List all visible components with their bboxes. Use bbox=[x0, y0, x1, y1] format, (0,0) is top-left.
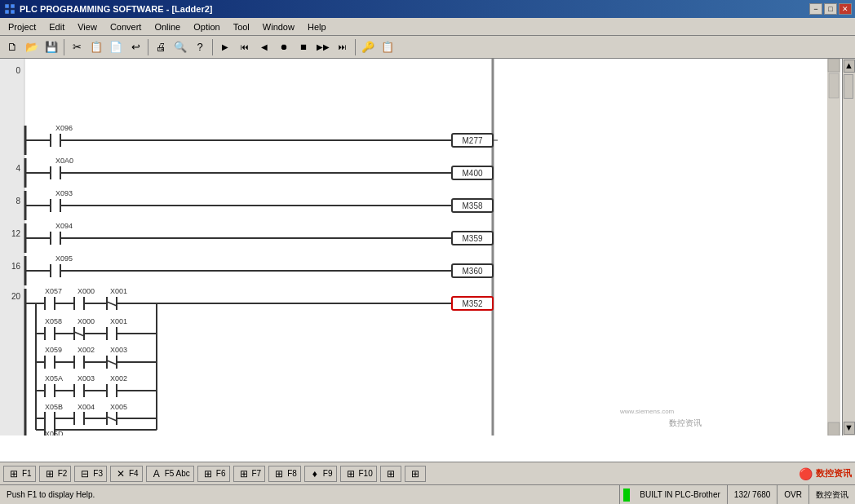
menu-window[interactable]: Window bbox=[256, 18, 301, 35]
f10-icon: ⊞ bbox=[344, 467, 357, 480]
label-x057: X057 bbox=[45, 287, 62, 295]
scroll-up-button[interactable]: ▲ bbox=[844, 60, 855, 73]
svg-line-70 bbox=[74, 332, 84, 336]
f9-icon: ♦ bbox=[308, 467, 321, 480]
toolbar-key[interactable]: 🔑 bbox=[359, 38, 377, 56]
extra-text: 数控资讯 bbox=[816, 489, 848, 501]
toolbar-run[interactable]: ▶ bbox=[216, 38, 234, 56]
coil-m358: M358 bbox=[462, 201, 482, 210]
scroll-thumb[interactable] bbox=[844, 74, 853, 99]
ladder-diagram[interactable]: 0 X096 M277 4 X0A0 M400 8 X093 bbox=[0, 59, 840, 435]
f8-icon: ⊞ bbox=[272, 467, 286, 480]
btm-btn-f1[interactable]: ⊞ F1 bbox=[3, 466, 36, 482]
svg-rect-2 bbox=[5, 10, 9, 14]
line-num-12: 12 bbox=[11, 229, 21, 238]
menu-view[interactable]: View bbox=[71, 18, 104, 35]
menu-project[interactable]: Project bbox=[2, 18, 42, 35]
menu-edit[interactable]: Edit bbox=[42, 18, 71, 35]
svg-rect-7 bbox=[827, 59, 840, 435]
label-x058: X058 bbox=[45, 317, 62, 325]
toolbar-step-fwd[interactable]: ⏭ bbox=[334, 38, 352, 56]
btm-f6-label: F6 bbox=[216, 469, 226, 478]
close-button[interactable]: ✕ bbox=[839, 3, 852, 15]
status-indicator bbox=[623, 489, 630, 502]
toolbar-back[interactable]: ◀ bbox=[255, 38, 273, 56]
btm-btn-extra1[interactable]: ⊞ bbox=[380, 466, 401, 482]
f3-icon: ⊟ bbox=[78, 467, 91, 480]
toolbar-undo[interactable]: ↩ bbox=[126, 38, 144, 56]
toolbar-fwd[interactable]: ▶▶ bbox=[314, 38, 332, 56]
label-x059: X059 bbox=[45, 346, 62, 354]
label-x003-2: X003 bbox=[78, 374, 95, 382]
line-num-20: 20 bbox=[11, 292, 21, 301]
brand-text: 数控资讯 bbox=[816, 467, 852, 480]
menu-online[interactable]: Online bbox=[148, 18, 187, 35]
menu-bar: Project Edit View Convert Online Option … bbox=[0, 18, 855, 36]
plc-type-text: BUILT IN PLC-Brother bbox=[640, 490, 720, 499]
btm-btn-f3[interactable]: ⊟ F3 bbox=[74, 466, 107, 482]
f6-icon: ⊞ bbox=[202, 467, 215, 480]
scroll-down-button[interactable]: ▼ bbox=[844, 422, 855, 435]
maximize-button[interactable]: □ bbox=[824, 3, 837, 15]
line-num-16: 16 bbox=[11, 262, 21, 271]
toolbar-paste[interactable]: 📄 bbox=[107, 38, 125, 56]
svg-rect-1 bbox=[11, 4, 15, 8]
menu-convert[interactable]: Convert bbox=[104, 18, 148, 35]
btm-btn-f7[interactable]: ⊞ F7 bbox=[233, 466, 266, 482]
toolbar-copy[interactable]: 📋 bbox=[87, 38, 105, 56]
toolbar-step-back[interactable]: ⏮ bbox=[236, 38, 254, 56]
label-x095: X095 bbox=[55, 254, 73, 263]
btm-f9-label: F9 bbox=[323, 469, 333, 478]
btm-btn-f9[interactable]: ♦ F9 bbox=[304, 466, 337, 482]
btm-btn-f8[interactable]: ⊞ F8 bbox=[268, 466, 301, 482]
toolbar-open[interactable]: 📂 bbox=[23, 38, 41, 56]
line-num-8: 8 bbox=[16, 197, 20, 206]
svg-line-57 bbox=[107, 302, 117, 306]
toolbar-save[interactable]: 💾 bbox=[42, 38, 60, 56]
btm-f3-label: F3 bbox=[93, 469, 103, 478]
toolbar-record[interactable]: ⏺ bbox=[275, 38, 293, 56]
status-bar: Push F1 to display Help. BUILT IN PLC-Br… bbox=[0, 484, 855, 504]
menu-option[interactable]: Option bbox=[187, 18, 226, 35]
mode-text: OVR bbox=[784, 490, 802, 499]
btm-btn-f2[interactable]: ⊞ F2 bbox=[39, 466, 72, 482]
coil-m277: M277 bbox=[462, 136, 482, 145]
branding: 🔴 数控资讯 bbox=[799, 467, 852, 480]
watermark-text: 数控资讯 bbox=[669, 418, 702, 427]
toolbar-stop[interactable]: ⏹ bbox=[295, 38, 312, 56]
minimize-button[interactable]: − bbox=[809, 3, 822, 15]
menu-tool[interactable]: Tool bbox=[227, 18, 256, 35]
btm-btn-f5[interactable]: A F5 Abc bbox=[146, 466, 194, 482]
label-x002-2: X002 bbox=[110, 374, 127, 382]
menu-help[interactable]: Help bbox=[301, 18, 333, 35]
toolbar-help[interactable]: ? bbox=[191, 38, 209, 56]
label-x005-1: X005 bbox=[110, 403, 127, 411]
toolbar-print[interactable]: 🖨 bbox=[152, 38, 170, 56]
btm-btn-extra2[interactable]: ⊞ bbox=[405, 466, 426, 482]
label-x001-2: X001 bbox=[110, 317, 127, 325]
label-x002-1: X002 bbox=[78, 346, 95, 354]
btm-f2-label: F2 bbox=[58, 469, 68, 478]
label-x000-1: X000 bbox=[78, 287, 95, 295]
label-x05a: X05A bbox=[45, 374, 63, 382]
btm-f1-label: F1 bbox=[22, 469, 32, 478]
svg-rect-4 bbox=[0, 59, 24, 435]
hint-text: Push F1 to display Help. bbox=[7, 490, 95, 499]
coil-m352: M352 bbox=[462, 299, 482, 308]
btm-f8-label: F8 bbox=[287, 469, 297, 478]
svg-rect-8 bbox=[828, 59, 839, 72]
label-x000-2: X000 bbox=[78, 317, 95, 325]
f4-icon: ✕ bbox=[114, 467, 127, 480]
scrollbar-vertical[interactable]: ▲ ▼ bbox=[842, 59, 855, 435]
btm-btn-f4[interactable]: ✕ F4 bbox=[110, 466, 143, 482]
toolbar-cut[interactable]: ✂ bbox=[68, 38, 86, 56]
btm-btn-f6[interactable]: ⊞ F6 bbox=[197, 466, 230, 482]
toolbar-clip[interactable]: 📋 bbox=[379, 38, 396, 56]
toolbar-find[interactable]: 🔍 bbox=[171, 38, 189, 56]
btm-btn-f10[interactable]: ⊞ F10 bbox=[340, 466, 377, 482]
toolbar-new[interactable]: 🗋 bbox=[3, 38, 21, 56]
label-x094: X094 bbox=[55, 222, 73, 230]
coil-m400: M400 bbox=[462, 169, 482, 178]
status-plc-type: BUILT IN PLC-Brother bbox=[633, 485, 728, 504]
window-controls[interactable]: − □ ✕ bbox=[809, 3, 852, 15]
